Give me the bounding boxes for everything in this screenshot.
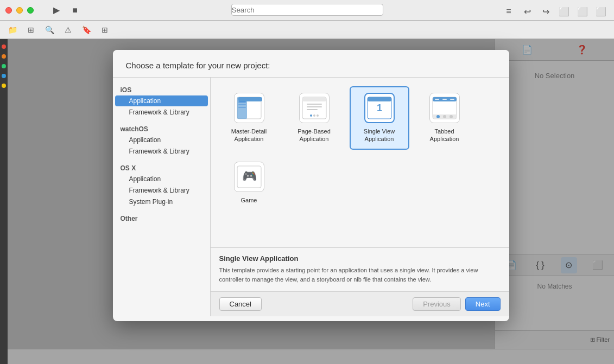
ios-section-header: iOS [113, 83, 210, 95]
template-icon-single-view: 1 [364, 93, 395, 123]
svg-point-23 [450, 115, 453, 118]
sidebar-dot-green [2, 64, 6, 68]
stop-button[interactable]: ■ [67, 3, 83, 18]
nav-item-ios-framework[interactable]: Framework & Library [115, 107, 208, 118]
template-item-tabbed[interactable]: Tabbed Application [415, 86, 474, 150]
svg-point-21 [436, 115, 440, 118]
template-label-single-view: Single View Application [355, 127, 404, 143]
nav-item-osx-application[interactable]: Application [115, 174, 208, 184]
single-view-svg: 1 [366, 95, 393, 121]
svg-rect-26 [442, 99, 447, 100]
close-button[interactable] [5, 7, 12, 14]
view-toggle-1[interactable]: ≡ [501, 4, 516, 19]
toolbar: ▶ ■ [49, 3, 83, 18]
editor-view-btn[interactable]: ⬜ [556, 4, 572, 19]
dialog-footer: Cancel Previous Next [211, 291, 509, 316]
svg-rect-14 [307, 109, 318, 110]
svg-text:1: 1 [376, 103, 382, 113]
page-based-svg [301, 95, 327, 121]
sidebar-dot-yellow [2, 84, 6, 88]
nav-item-osx-plugin[interactable]: System Plug-in [115, 196, 208, 207]
minimize-button[interactable] [16, 7, 23, 14]
template-icon-tabbed [429, 93, 460, 123]
template-icon-master-detail [234, 93, 264, 123]
sidebar-dot-blue [2, 74, 6, 78]
bookmark-icon[interactable]: 🔖 [79, 23, 93, 37]
svg-rect-16 [368, 97, 391, 101]
template-area: Master-Detail Application [211, 78, 509, 316]
other-section-header: Other [113, 212, 210, 223]
svg-rect-8 [302, 97, 326, 101]
run-button[interactable]: ▶ [49, 3, 64, 18]
svg-rect-6 [238, 97, 262, 101]
template-grid: Master-Detail Application [211, 78, 509, 248]
window-titlebar: ▶ ■ ≡ ↩ ↪ ⬜ ⬜ ⬜ [0, 0, 614, 21]
svg-rect-5 [238, 107, 246, 108]
forward-button[interactable]: ↪ [538, 4, 553, 19]
left-sidebar [0, 39, 8, 364]
svg-point-22 [443, 115, 446, 118]
search-icon[interactable]: 🔍 [42, 23, 56, 37]
template-label-tabbed: Tabbed Application [420, 127, 469, 143]
previous-button[interactable]: Previous [413, 297, 461, 311]
game-svg: 🎮 [236, 164, 262, 190]
dialog-overlay: Choose a template for your new project: … [8, 39, 614, 364]
osx-section-header: OS X [113, 161, 210, 173]
footer-right-buttons: Previous Next [413, 297, 500, 311]
content-area: Choose a template for your new project: … [8, 39, 614, 364]
right-toolbar: ≡ ↩ ↪ ⬜ ⬜ ⬜ [501, 4, 609, 19]
back-button[interactable]: ↩ [520, 4, 535, 19]
dialog-title: Choose a template for your new project: [126, 61, 270, 70]
warning-icon[interactable]: ⚠ [61, 23, 75, 37]
cancel-button[interactable]: Cancel [219, 297, 262, 311]
svg-rect-3 [238, 101, 246, 103]
svg-point-11 [317, 114, 319, 117]
svg-rect-12 [307, 104, 322, 105]
split-view-btn[interactable]: ⬜ [575, 4, 590, 19]
svg-point-9 [310, 114, 312, 117]
template-label-page-based: Page-Based Application [290, 127, 339, 143]
master-detail-svg [236, 95, 262, 121]
description-text: This template provides a starting point … [219, 266, 501, 284]
svg-rect-25 [435, 99, 439, 100]
nav-item-watchos-application[interactable]: Application [115, 135, 208, 145]
description-area: Single View Application This template pr… [211, 248, 509, 291]
template-label-master-detail: Master-Detail Application [225, 127, 274, 143]
template-item-master-detail[interactable]: Master-Detail Application [219, 86, 279, 150]
nav-sidebar: iOS Application Framework & Library watc… [113, 78, 211, 316]
svg-rect-13 [307, 106, 322, 107]
layout-btn[interactable]: ⬜ [593, 4, 609, 19]
template-icon-game: 🎮 [234, 162, 264, 192]
svg-text:🎮: 🎮 [242, 169, 257, 183]
dialog-body: iOS Application Framework & Library watc… [113, 78, 509, 316]
nav-item-watchos-framework[interactable]: Framework & Library [115, 146, 208, 157]
next-button[interactable]: Next [465, 297, 501, 311]
watchos-section-header: watchOS [113, 122, 210, 134]
sidebar-dot-red [2, 44, 6, 49]
tabbed-svg [432, 95, 458, 121]
template-label-game: Game [241, 196, 257, 204]
dialog: Choose a template for your new project: … [113, 50, 509, 321]
folder-icon[interactable]: 📁 [5, 23, 20, 37]
sidebar-dot-orange [2, 54, 6, 59]
template-item-single-view[interactable]: 1 Single View Application [350, 86, 409, 150]
template-item-game[interactable]: 🎮 Game [219, 155, 279, 210]
description-title: Single View Application [219, 254, 501, 263]
second-toolbar: 📁 ⊞ 🔍 ⚠ 🔖 ⊞ [0, 21, 614, 39]
template-item-page-based[interactable]: Page-Based Application [284, 86, 344, 150]
template-icon-page-based [299, 93, 330, 123]
main-area: Choose a template for your new project: … [0, 39, 614, 364]
nav-item-ios-application[interactable]: Application [115, 95, 208, 106]
svg-rect-4 [238, 104, 246, 105]
filter-icon[interactable]: ⊞ [98, 23, 112, 37]
maximize-button[interactable] [27, 7, 34, 14]
dialog-header: Choose a template for your new project: [113, 50, 509, 78]
nav-item-osx-framework[interactable]: Framework & Library [115, 185, 208, 196]
diff-icon[interactable]: ⊞ [24, 23, 38, 37]
svg-point-10 [313, 114, 315, 117]
search-input[interactable] [231, 4, 383, 16]
svg-rect-27 [450, 99, 454, 100]
